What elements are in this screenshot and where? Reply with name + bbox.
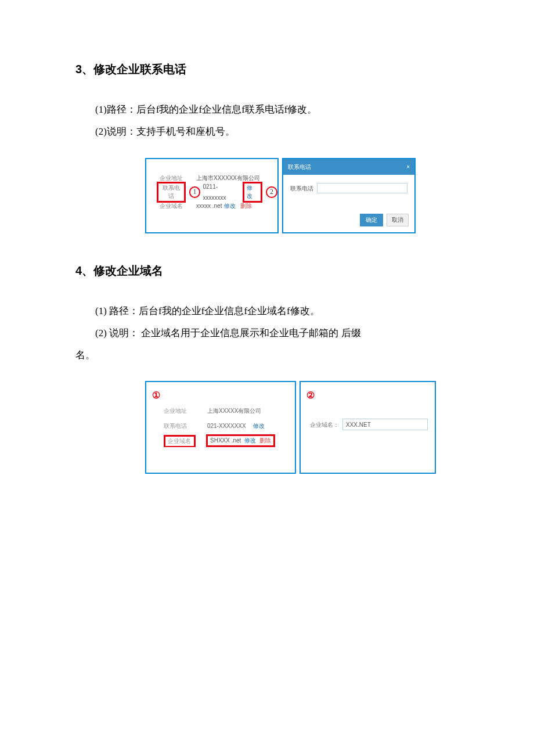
- section3-p1: (1)路径：后台f我的企业f企业信息f联系电话f修改。: [75, 100, 459, 119]
- section4-heading: 4、修改企业域名: [75, 260, 459, 282]
- section4-p1: (1) 路径：后台f我的企业f企业信息f企业域名f修改。: [75, 302, 459, 321]
- section3-p2: (2)说明：支持手机号和座机号。: [75, 123, 459, 141]
- delete-domain-link[interactable]: 删除: [259, 437, 271, 445]
- edit-domain-link[interactable]: 修改: [224, 200, 236, 211]
- phone-modal: 联系电话 × 联系电话 确定 取消: [282, 158, 416, 233]
- label-phone: 联系电话: [157, 182, 186, 203]
- label-address: 企业地址: [164, 405, 196, 416]
- section4-p2: (2) 说明： 企业域名用于企业信息展示和企业电子邮箱的 后缀: [75, 324, 459, 343]
- modal-title: 联系电话: [288, 161, 311, 172]
- close-icon[interactable]: ×: [406, 161, 410, 172]
- figure-section4: ① 企业地址 上海XXXXX有限公司 联系电话 021-XXXXXXX 修改 企…: [145, 381, 459, 474]
- section3-heading: 3、修改企业联系电话: [75, 58, 459, 80]
- section4-p2b: 名。: [75, 346, 459, 365]
- label-domain: 企业域名: [157, 200, 186, 211]
- domain-panel-left: ① 企业地址 上海XXXXX有限公司 联系电话 021-XXXXXXX 修改 企…: [145, 381, 296, 474]
- figure-section3: 企业地址 上海市XXXXXX有限公司 联系电话 1 0211-xxxxxxxx …: [145, 158, 459, 233]
- label-phone: 联系电话: [164, 420, 196, 431]
- confirm-button[interactable]: 确定: [360, 214, 383, 226]
- edit-phone-link[interactable]: 修改: [253, 420, 265, 431]
- domain-input[interactable]: [342, 419, 428, 430]
- phone-input[interactable]: [317, 183, 407, 193]
- cancel-button[interactable]: 取消: [387, 214, 409, 226]
- value-phone: 021-XXXXXXX: [207, 420, 246, 431]
- value-domain: SHXXX .net: [210, 437, 241, 445]
- domain-field-label: 企业域名：: [310, 419, 339, 430]
- step-1-marker: ①: [152, 387, 160, 404]
- info-panel-left: 企业地址 上海市XXXXXX有限公司 联系电话 1 0211-xxxxxxxx …: [145, 158, 279, 233]
- domain-panel-right: ② 企业域名：: [300, 381, 436, 474]
- label-domain: 企业域名: [164, 435, 196, 447]
- step-2-marker: ②: [306, 387, 315, 404]
- step-2-marker: 2: [266, 186, 277, 198]
- value-address: 上海XXXXX有限公司: [207, 405, 261, 416]
- step-1-marker: 1: [189, 186, 201, 198]
- modal-header: 联系电话 ×: [283, 159, 414, 175]
- modal-field-label: 联系电话: [290, 183, 313, 194]
- value-domain: xxxxx .net: [196, 200, 222, 211]
- edit-domain-link[interactable]: 修改: [244, 437, 256, 445]
- edit-phone-link[interactable]: 修改: [243, 182, 262, 203]
- value-phone: 0211-xxxxxxxx: [203, 181, 240, 203]
- delete-domain-link[interactable]: 删除: [240, 200, 252, 211]
